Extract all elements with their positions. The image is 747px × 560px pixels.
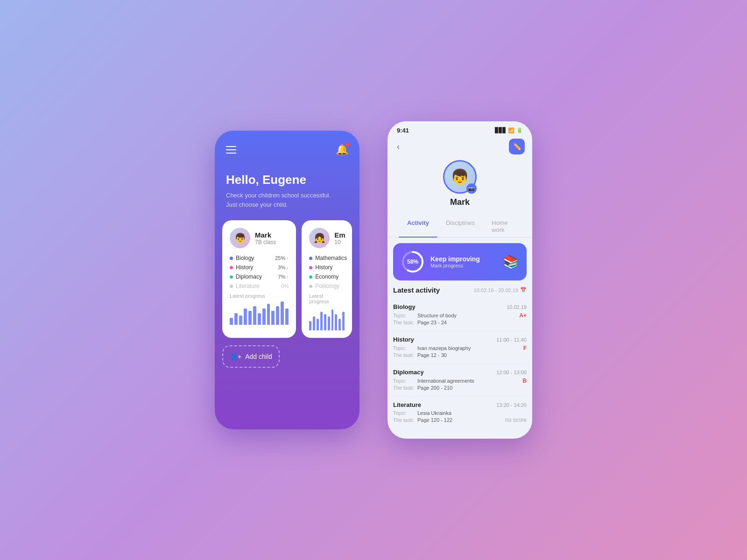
dot-literature xyxy=(230,285,233,288)
progress-title: Keep improving xyxy=(430,255,497,263)
child-card-em[interactable]: 👧 Em 10 Mathematics History xyxy=(302,220,352,338)
status-bar: 9:41 ▊▊▊ 📶 🔋 xyxy=(388,121,532,137)
add-child-button[interactable]: 👤+ Add child xyxy=(222,345,280,368)
back-button[interactable]: ‹ xyxy=(395,140,402,154)
calendar-icon[interactable]: 📅 xyxy=(520,287,527,293)
profile-avatar-wrap: 👦 📷 xyxy=(443,160,477,194)
activity-item-literature: Literature 13:20 - 14:20 Topic: Lesia Uk… xyxy=(393,397,527,429)
bell-icon[interactable]: 🔔 xyxy=(336,144,348,156)
status-icons: ▊▊▊ 📶 🔋 xyxy=(495,127,523,133)
subject-row-diplomacy: Diplomacy 7% ↑ xyxy=(230,273,289,280)
signal-icon: ▊▊▊ xyxy=(495,127,506,133)
progress-circle: 58% xyxy=(401,250,425,274)
activity-title: Latest activity xyxy=(393,286,440,294)
tab-activity[interactable]: Activity xyxy=(399,217,437,237)
status-time: 9:41 xyxy=(397,127,409,134)
child-class-em: 10 xyxy=(334,239,345,245)
edit-button[interactable]: ✏️ xyxy=(509,139,525,154)
progress-label: Latest progress xyxy=(230,293,289,299)
children-cards: 👦 Mark 7B class Biology 25% ↑ xyxy=(215,220,359,338)
arrow-up-biology: ↑ xyxy=(286,256,289,261)
greeting-section: Hello, Eugene Check your children school… xyxy=(215,163,359,220)
activity-header: Latest activity 10.02.19 - 20.02.19 📅 xyxy=(393,286,527,294)
screens-container: 🔔 Hello, Eugene Check your children scho… xyxy=(215,121,532,439)
child-class-mark: 7B class xyxy=(255,239,276,245)
wifi-icon: 📶 xyxy=(508,127,514,133)
bar-chart-em xyxy=(309,307,345,330)
child-info-em: Em 10 xyxy=(334,231,345,245)
child-card-mark[interactable]: 👦 Mark 7B class Biology 25% ↑ xyxy=(222,220,296,338)
grade-history: F xyxy=(523,345,527,351)
progress-label-em: Latest progress xyxy=(309,293,345,304)
tab-disciplines[interactable]: Disciplines xyxy=(437,217,483,237)
child-info-mark: Mark 7B class xyxy=(255,231,276,245)
greeting-subtitle: Check your children school successful. J… xyxy=(226,191,348,209)
dot-diplomacy xyxy=(230,275,233,279)
dot-history xyxy=(230,266,233,269)
tab-homework[interactable]: Home work xyxy=(483,217,521,237)
child-name-mark: Mark xyxy=(255,231,276,239)
progress-text: Keep improving Mark progress xyxy=(430,255,497,268)
battery-icon: 🔋 xyxy=(516,127,523,133)
progress-pct: 58% xyxy=(407,259,418,265)
activity-item-biology: Biology 10.02.19 Topic: Structure of bod… xyxy=(393,299,527,331)
subject-row-biology: Biology 25% ↑ xyxy=(230,255,289,261)
grade-literature: no score xyxy=(505,417,527,423)
greeting-title: Hello, Eugene xyxy=(226,173,348,187)
subject-row-history: History 3% ↓ xyxy=(230,264,289,271)
activity-section: Latest activity 10.02.19 - 20.02.19 📅 Bi… xyxy=(388,280,532,439)
phone2-nav: ‹ ✏️ xyxy=(388,137,532,158)
profile-section: 👦 📷 Mark xyxy=(388,158,532,213)
activity-item-diplomacy: Diplomacy 12:00 - 13:00 Topic: Internati… xyxy=(393,364,527,397)
grade-diplomacy: B xyxy=(522,378,527,384)
child-card-header-em: 👧 Em 10 xyxy=(309,228,345,248)
child-card-header: 👦 Mark 7B class xyxy=(230,228,289,248)
hamburger-icon[interactable] xyxy=(226,146,236,154)
phone1-header: 🔔 xyxy=(215,131,359,163)
grade-biology: A+ xyxy=(519,312,527,319)
bell-dot xyxy=(345,143,349,147)
progress-image: 📚 xyxy=(503,254,519,270)
activity-item-history: History 11:00 - 11:40 Topic: Ivan mazepa… xyxy=(393,331,527,364)
progress-banner: 58% Keep improving Mark progress 📚 xyxy=(393,243,527,280)
avatar-mark: 👦 xyxy=(230,228,250,248)
avatar-em: 👧 xyxy=(309,228,330,248)
subject-row-literature: Literature 0% xyxy=(230,283,289,289)
person-add-icon: 👤+ xyxy=(230,353,241,360)
dot-biology xyxy=(230,257,233,260)
phone1: 🔔 Hello, Eugene Check your children scho… xyxy=(215,131,359,429)
bar-chart-mark xyxy=(230,301,289,325)
progress-subtitle: Mark progress xyxy=(430,263,497,268)
activity-date: 10.02.19 - 20.02.19 📅 xyxy=(474,287,527,293)
arrow-down-history: ↓ xyxy=(286,265,289,270)
camera-button[interactable]: 📷 xyxy=(466,183,477,194)
phone2: 9:41 ▊▊▊ 📶 🔋 ‹ ✏️ 👦 📷 Mark Activity xyxy=(388,121,532,439)
child-name-em: Em xyxy=(334,231,345,239)
arrow-up-diplomacy: ↑ xyxy=(286,274,289,280)
tabs-row: Activity Disciplines Home work xyxy=(388,213,532,238)
profile-name: Mark xyxy=(450,197,470,207)
